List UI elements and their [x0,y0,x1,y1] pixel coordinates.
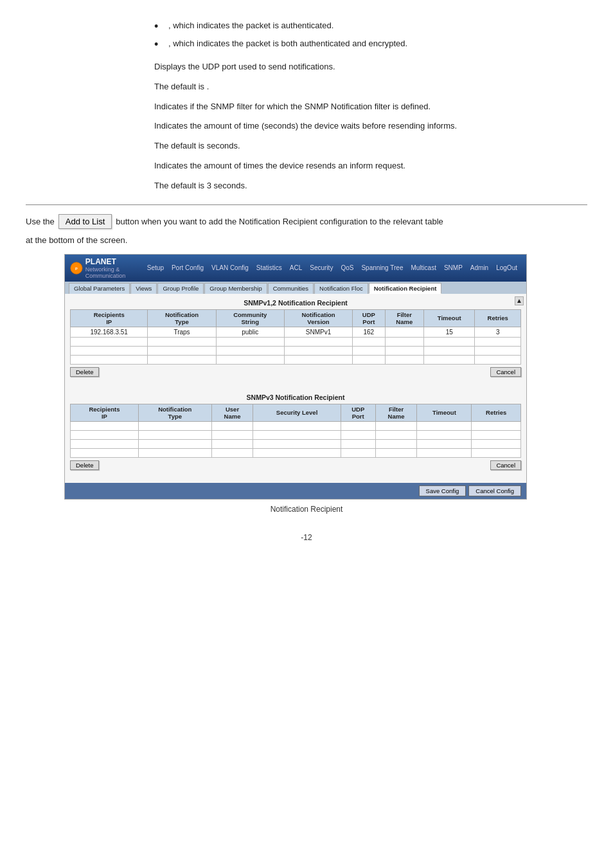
snmpv3-col-security-level: Security Level [253,404,341,421]
menu-admin[interactable]: Admin [466,263,492,273]
snmpv12-title: SNMPv1,2 Notification Recipient [70,299,521,307]
screenshot-caption: Notification Recipient [26,505,587,514]
menu-statistics[interactable]: Statistics [253,263,286,273]
info-block-udp: Displays the UDP port used to send notif… [154,60,587,74]
planet-menu: Setup Port Config VLAN Config Statistics… [143,263,521,273]
cell-notification-type: Traps [148,327,216,337]
cell-retries: 3 [475,327,521,337]
cell-timeout: 15 [424,327,475,337]
planet-logo-sub: Networking & Communication [85,266,139,279]
save-config-button[interactable]: Save Config [419,485,466,496]
cell-recipients-ip: 192.168.3.51 [71,327,148,337]
snmpv3-table: RecipientsIP NotificationType UserName S… [70,404,521,458]
scroll-up-arrow[interactable]: ▲ [515,296,524,305]
snmpv3-col-timeout: Timeout [417,404,472,421]
planet-footer: Save Config Cancel Config [65,483,526,499]
info-block-time: Indicates the amount of time (seconds) t… [154,120,587,133]
bullet-dot-1: • [154,21,163,32]
snmpv3-cancel-button[interactable]: Cancel [490,460,521,470]
add-to-list-button[interactable]: Add to List [58,214,112,229]
table-row: 192.168.3.51 Traps public SNMPv1 162 15 … [71,327,521,337]
page-number: -12 [26,533,587,542]
section-gap [70,384,521,393]
snmpv3-col-filter-name: FilterName [375,404,417,421]
blank-row-1 [71,337,521,346]
cancel-config-button[interactable]: Cancel Config [468,485,521,496]
planet-tabs: Global Parameters Views Group Profile Gr… [65,282,526,294]
planet-logo-text-block: PLANET Networking & Communication [85,257,139,279]
tab-notification-recipient[interactable]: Notification Recipient [369,283,442,294]
v3-blank-row-1 [71,421,521,430]
snmpv3-col-udp-port: UDPPort [341,404,375,421]
snmpv3-col-recipients-ip: RecipientsIP [71,404,139,421]
planet-header: P PLANET Networking & Communication Setu… [65,255,526,282]
snmpv12-cancel-button[interactable]: Cancel [490,367,521,377]
menu-security[interactable]: Security [306,263,337,273]
menu-qos[interactable]: QoS [337,263,357,273]
snmpv3-delete-button[interactable]: Delete [70,460,99,470]
snmpv12-action-row: Delete Cancel [70,367,521,377]
v3-blank-row-2 [71,430,521,439]
snmpv12-col-udp-port: UDPPort [353,309,385,327]
snmpv3-col-user-name: UserName [211,404,253,421]
tab-group-profile[interactable]: Group Profile [157,283,204,294]
snmpv12-delete-button[interactable]: Delete [70,367,99,377]
blank-row-2 [71,346,521,355]
info-block-default-seconds: The default is seconds. [154,140,587,153]
blank-row-3 [71,355,521,364]
cell-udp-port: 162 [353,327,385,337]
cell-notification-version: SNMPv1 [284,327,352,337]
bullet-text-2: , which indicates the packet is both aut… [168,37,407,50]
snmpv3-col-retries: Retries [472,404,521,421]
info-block-default1: The default is . [154,80,587,94]
info-block-snmp-filter: Indicates if the SNMP filter for which t… [154,100,587,114]
bullet-item-2: • , which indicates the packet is both a… [154,37,587,50]
snmpv3-title: SNMPv3 Notification Recipient [70,393,521,401]
planet-content: ▲ SNMPv1,2 Notification Recipient Recipi… [65,294,526,483]
tab-notification-floc[interactable]: Notification Floc [314,283,368,294]
bullet-text-1: , which indicates the packet is authenti… [168,19,333,32]
snmpv3-col-notification-type: NotificationType [138,404,211,421]
section-divider [26,204,587,205]
at-bottom-label: at the bottom of the screen. [26,235,587,245]
snmpv12-col-notification-version: NotificationVersion [284,309,352,327]
tab-communities[interactable]: Communities [268,283,314,294]
cell-filter-name [385,327,424,337]
use-label: Use the [26,217,55,226]
v3-blank-row-3 [71,439,521,448]
menu-snmp[interactable]: SNMP [440,263,466,273]
planet-logo-icon: P [70,259,83,277]
v3-blank-row-4 [71,448,521,457]
bullet-dot-2: • [154,39,163,50]
snmpv12-col-retries: Retries [475,309,521,327]
info-block-resends: Indicates the amount of times the device… [154,159,587,173]
snmpv3-section: SNMPv3 Notification Recipient Recipients… [70,393,521,470]
snmpv12-col-notification-type: NotificationType [148,309,216,327]
bullet-item-1: • , which indicates the packet is authen… [154,19,587,32]
tab-views[interactable]: Views [130,283,157,294]
snmpv12-table: RecipientsIP NotificationType CommunityS… [70,309,521,365]
menu-vlan-config[interactable]: VLAN Config [208,263,253,273]
snmpv12-col-recipients-ip: RecipientsIP [71,309,148,327]
bullet-section: • , which indicates the packet is authen… [154,19,587,50]
cell-community-string: public [216,327,284,337]
menu-setup[interactable]: Setup [143,263,168,273]
menu-port-config[interactable]: Port Config [168,263,208,273]
snmpv3-action-row: Delete Cancel [70,460,521,470]
svg-text:P: P [75,267,78,271]
planet-ui-screenshot: P PLANET Networking & Communication Setu… [64,254,527,500]
snmpv12-section: SNMPv1,2 Notification Recipient Recipien… [70,299,521,377]
snmpv12-col-timeout: Timeout [424,309,475,327]
tab-group-membership[interactable]: Group Membership [204,283,267,294]
snmpv12-col-filter-name: FilterName [385,309,424,327]
menu-acl[interactable]: ACL [286,263,306,273]
button-description: button when you want to add the Notifica… [116,217,443,226]
menu-multicast[interactable]: Multicast [407,263,440,273]
tab-global-parameters[interactable]: Global Parameters [69,283,130,294]
info-block-default3: The default is 3 seconds. [154,179,587,193]
menu-spanning-tree[interactable]: Spanning Tree [357,263,407,273]
planet-logo-name: PLANET [85,257,139,266]
add-to-list-section: Use the Add to List button when you want… [26,214,587,229]
menu-logout[interactable]: LogOut [492,263,521,273]
snmpv12-col-community-string: CommunityString [216,309,284,327]
